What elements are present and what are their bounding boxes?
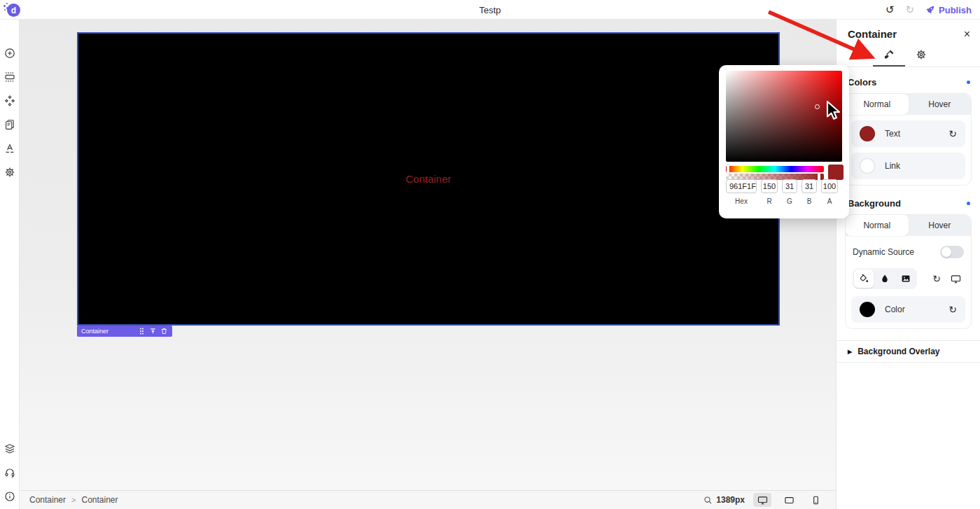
hex-label: Hex — [726, 197, 757, 205]
colors-tab-hover[interactable]: Hover — [909, 94, 972, 115]
selection-badge[interactable]: Container — [77, 326, 172, 337]
status-bar: Container > Container 1389px — [20, 490, 836, 509]
magnifier-icon — [704, 496, 713, 505]
breadcrumb-current[interactable]: Container — [81, 495, 118, 505]
undo-icon[interactable]: ↺ — [886, 4, 895, 16]
reset-background-color-icon[interactable]: ↻ — [948, 304, 957, 315]
toggle-knob — [941, 247, 951, 257]
top-bar: d Testp ↺ ↻ Publish — [0, 0, 980, 20]
link-color-swatch[interactable] — [860, 158, 875, 174]
topbar-actions: ↺ ↻ Publish — [886, 0, 972, 20]
editor-canvas[interactable]: Container Container — [20, 20, 836, 490]
background-color-row[interactable]: Color ↻ — [851, 296, 965, 323]
colors-tab-normal[interactable]: Normal — [846, 94, 909, 115]
background-state-tabs: Normal Hover — [846, 215, 971, 236]
dynamic-source-label: Dynamic Source — [853, 247, 914, 257]
device-mobile-icon[interactable] — [806, 493, 825, 507]
layers-icon[interactable] — [4, 443, 15, 454]
bg-type-image-icon[interactable] — [896, 270, 916, 288]
text-color-row[interactable]: Text ↻ — [851, 120, 965, 147]
responsive-monitor-icon[interactable] — [951, 274, 961, 284]
rocket-icon — [925, 5, 935, 15]
panel-title: Container — [848, 28, 897, 40]
info-icon[interactable] — [4, 491, 15, 502]
tab-style-brush-icon[interactable] — [873, 44, 905, 67]
logo-dot — [4, 9, 6, 11]
alpha-input[interactable] — [821, 179, 838, 193]
background-tab-hover[interactable]: Hover — [909, 215, 972, 236]
site-settings-icon[interactable] — [4, 167, 15, 178]
style-panel: Container × Colors Normal Hover Text ↻ — [836, 20, 980, 509]
blue-label: B — [802, 197, 817, 205]
text-color-label: Text — [885, 129, 900, 139]
publish-button[interactable]: Publish — [925, 5, 972, 15]
app-logo[interactable]: d — [3, 2, 20, 18]
text-color-swatch[interactable] — [860, 126, 875, 141]
left-sidebar — [0, 20, 20, 509]
hue-slider-handle[interactable] — [727, 165, 729, 173]
colors-section-heading: Colors — [848, 77, 876, 88]
canvas-zoom-indicator[interactable]: 1389px — [704, 495, 745, 505]
collapse-up-icon[interactable] — [150, 328, 157, 335]
blue-input[interactable] — [802, 179, 817, 193]
background-section-heading: Background — [848, 198, 901, 209]
background-color-swatch[interactable] — [860, 302, 875, 317]
components-icon[interactable] — [4, 95, 15, 106]
green-input[interactable] — [782, 179, 797, 193]
device-desktop-icon[interactable] — [753, 493, 771, 507]
breadcrumb: Container > Container — [20, 495, 118, 505]
saturation-value-area[interactable] — [726, 71, 842, 162]
color-picker-popup: Hex R G B A — [719, 65, 849, 218]
canvas-width-value: 1389px — [716, 495, 745, 505]
background-tab-normal[interactable]: Normal — [846, 215, 909, 236]
chevron-right-icon: ▶ — [848, 349, 852, 355]
sections-icon[interactable] — [4, 71, 15, 83]
colors-state-tabs: Normal Hover — [846, 94, 971, 115]
close-icon[interactable]: × — [964, 29, 970, 40]
breadcrumb-separator: > — [71, 496, 76, 504]
tab-edit-pencil-icon[interactable] — [841, 44, 873, 67]
red-label: R — [761, 197, 778, 205]
colors-section: Normal Hover Text ↻ Link — [845, 93, 972, 186]
logo-mark: d — [7, 4, 20, 17]
page-title: Testp — [479, 0, 500, 20]
background-color-label: Color — [885, 305, 905, 314]
drag-handle-icon[interactable] — [139, 328, 146, 335]
background-overlay-accordion[interactable]: ▶ Background Overlay — [836, 340, 980, 363]
background-section: Normal Hover Dynamic Source ↻ — [845, 214, 972, 329]
green-label: G — [782, 197, 797, 205]
bg-type-gradient-droplet-icon[interactable] — [875, 270, 895, 288]
logo-dot — [4, 5, 6, 7]
background-active-dot — [967, 202, 970, 205]
selection-badge-label: Container — [81, 328, 134, 335]
background-overlay-label: Background Overlay — [858, 347, 939, 356]
device-tablet-icon[interactable] — [780, 493, 798, 507]
selected-container-element[interactable]: Container — [77, 32, 780, 326]
support-headset-icon[interactable] — [4, 467, 15, 478]
typography-icon[interactable] — [4, 143, 15, 154]
bg-type-color-bucket-icon[interactable] — [854, 270, 874, 288]
alpha-label: A — [821, 197, 838, 205]
reset-text-color-icon[interactable]: ↻ — [948, 128, 957, 139]
link-color-label: Link — [885, 161, 900, 171]
add-element-icon[interactable] — [4, 48, 15, 59]
dynamic-source-toggle[interactable] — [940, 246, 964, 258]
colors-active-dot — [967, 81, 970, 84]
hue-slider[interactable] — [726, 166, 824, 172]
background-type-group — [853, 268, 917, 289]
breadcrumb-parent[interactable]: Container — [29, 495, 66, 505]
redo-icon[interactable]: ↻ — [905, 4, 914, 16]
link-color-row[interactable]: Link — [851, 153, 965, 179]
container-placeholder-text: Container — [405, 173, 451, 185]
tab-settings-gear-icon[interactable] — [905, 44, 937, 67]
pages-icon[interactable] — [4, 119, 15, 130]
red-input[interactable] — [761, 179, 778, 193]
logo-dot — [6, 3, 8, 4]
color-pointer[interactable] — [815, 104, 820, 109]
delete-icon[interactable] — [161, 328, 168, 335]
current-color-preview — [828, 165, 844, 180]
panel-tabs — [836, 43, 980, 67]
publish-label: Publish — [939, 5, 972, 15]
hex-input[interactable] — [726, 179, 757, 193]
reset-background-icon[interactable]: ↻ — [932, 273, 941, 284]
